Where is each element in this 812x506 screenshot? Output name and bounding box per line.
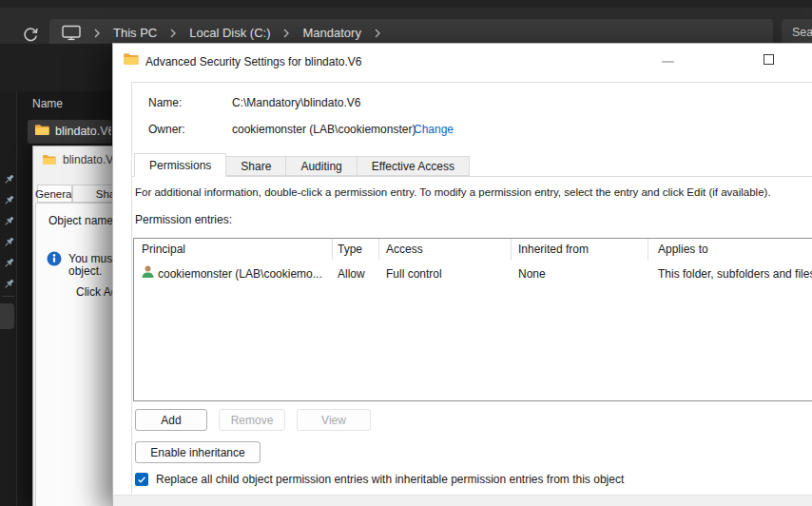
row-principal[interactable]: cookiemonster (LAB\cookiemo... bbox=[158, 267, 322, 281]
navigation-pane-edge bbox=[0, 91, 17, 506]
row-applies-to[interactable]: This folder, subfolders and files bbox=[658, 267, 812, 281]
user-avatar-icon bbox=[141, 264, 155, 279]
row-inherited-from[interactable]: None bbox=[518, 267, 546, 281]
info-text-line2: object. bbox=[68, 264, 102, 278]
tab-share[interactable]: Share bbox=[226, 156, 286, 176]
row-access[interactable]: Full control bbox=[386, 267, 442, 281]
maximize-icon[interactable] bbox=[764, 54, 774, 65]
owner-label: Owner: bbox=[148, 123, 185, 136]
search-text: Sea bbox=[792, 26, 812, 39]
pin-icon[interactable] bbox=[3, 194, 15, 206]
column-divider[interactable] bbox=[378, 239, 379, 260]
tab-general[interactable]: General bbox=[37, 185, 72, 203]
permission-entries-table: Principal Type Access Inherited from App… bbox=[133, 238, 812, 401]
this-pc-icon[interactable] bbox=[62, 25, 81, 41]
owner-value: cookiemonster (LAB\cookiemonster) bbox=[232, 123, 416, 136]
folder-icon bbox=[34, 124, 49, 136]
tab-auditing[interactable]: Auditing bbox=[286, 156, 357, 176]
tab-permissions[interactable]: Permissions bbox=[134, 153, 226, 177]
properties-dialog-titlebar: blindato.V bbox=[42, 153, 113, 166]
refresh-icon bbox=[22, 26, 39, 43]
screen: This PC Local Disk (C:) Mandatory Sea bbox=[0, 0, 812, 506]
minimize-icon[interactable] bbox=[662, 61, 674, 63]
folder-icon bbox=[123, 52, 139, 66]
refresh-button[interactable] bbox=[19, 23, 42, 46]
remove-button[interactable]: Remove bbox=[219, 409, 285, 431]
object-name-label: Object name bbox=[48, 214, 113, 227]
row-type[interactable]: Allow bbox=[338, 267, 365, 281]
replace-child-permissions-row: Replace all child object permission entr… bbox=[135, 473, 624, 486]
replace-child-permissions-label[interactable]: Replace all child object permission entr… bbox=[156, 473, 624, 486]
tab-effective-access[interactable]: Effective Access bbox=[358, 156, 470, 176]
dialog-footer bbox=[113, 495, 812, 506]
advanced-security-dialog: Advanced Security Settings for blindato.… bbox=[112, 43, 812, 506]
window-top-strip bbox=[0, 0, 812, 8]
pin-icon[interactable] bbox=[3, 173, 15, 185]
col-header-access[interactable]: Access bbox=[386, 243, 423, 256]
address-bar-row: This PC Local Disk (C:) Mandatory Sea bbox=[0, 8, 812, 44]
col-header-applies-to[interactable]: Applies to bbox=[658, 243, 708, 256]
column-divider[interactable] bbox=[332, 239, 333, 260]
breadcrumb-this-pc[interactable]: This PC bbox=[113, 26, 157, 40]
chevron-right-icon[interactable] bbox=[282, 28, 290, 39]
chevron-right-icon[interactable] bbox=[93, 28, 101, 39]
properties-dialog-title: blindato.V bbox=[63, 153, 113, 166]
pin-icon[interactable] bbox=[3, 236, 15, 248]
advanced-dialog-titlebar[interactable]: Advanced Security Settings for blindato.… bbox=[113, 44, 812, 80]
name-value: C:\Mandatory\blindato.V6 bbox=[232, 96, 360, 109]
name-label: Name: bbox=[148, 96, 182, 109]
nav-section-divider bbox=[2, 296, 14, 297]
breadcrumb-local-disk-c[interactable]: Local Disk (C:) bbox=[189, 26, 270, 40]
pin-icon[interactable] bbox=[3, 278, 15, 290]
view-button[interactable]: View bbox=[297, 409, 371, 431]
chevron-right-icon[interactable] bbox=[169, 28, 177, 39]
chevron-right-icon[interactable] bbox=[374, 28, 381, 39]
info-text-line1: You mus bbox=[68, 252, 112, 265]
pin-icon[interactable] bbox=[3, 257, 15, 269]
info-icon bbox=[47, 251, 62, 266]
change-owner-link[interactable]: Change bbox=[414, 123, 454, 136]
col-header-inherited-from[interactable]: Inherited from bbox=[518, 243, 589, 256]
add-button[interactable]: Add bbox=[135, 409, 207, 431]
column-divider[interactable] bbox=[511, 239, 512, 260]
nav-selected-item[interactable] bbox=[0, 303, 14, 329]
permission-entries-label: Permission entries: bbox=[135, 213, 232, 226]
enable-inheritance-button[interactable]: Enable inheritance bbox=[135, 441, 261, 463]
column-header-name[interactable]: Name bbox=[32, 97, 63, 110]
pin-icon[interactable] bbox=[3, 215, 15, 227]
column-divider[interactable] bbox=[648, 239, 648, 260]
tab-strip: Permissions Share Auditing Effective Acc… bbox=[134, 153, 470, 177]
advanced-dialog-content-panel: Name: C:\Mandatory\blindato.V6 Owner: co… bbox=[131, 82, 812, 496]
col-header-type[interactable]: Type bbox=[338, 243, 362, 256]
col-header-principal[interactable]: Principal bbox=[142, 243, 185, 256]
permissions-description: For additional information, double-click… bbox=[135, 186, 771, 198]
file-row-selected[interactable]: blindato.V6 bbox=[28, 120, 111, 144]
breadcrumb-mandatory[interactable]: Mandatory bbox=[302, 26, 360, 40]
click-advanced-text: Click Ad bbox=[76, 285, 117, 299]
checkbox-checked-icon[interactable] bbox=[135, 473, 148, 486]
folder-icon bbox=[42, 154, 56, 165]
advanced-dialog-title: Advanced Security Settings for blindato.… bbox=[145, 55, 361, 68]
file-name: blindato.V6 bbox=[55, 125, 111, 138]
